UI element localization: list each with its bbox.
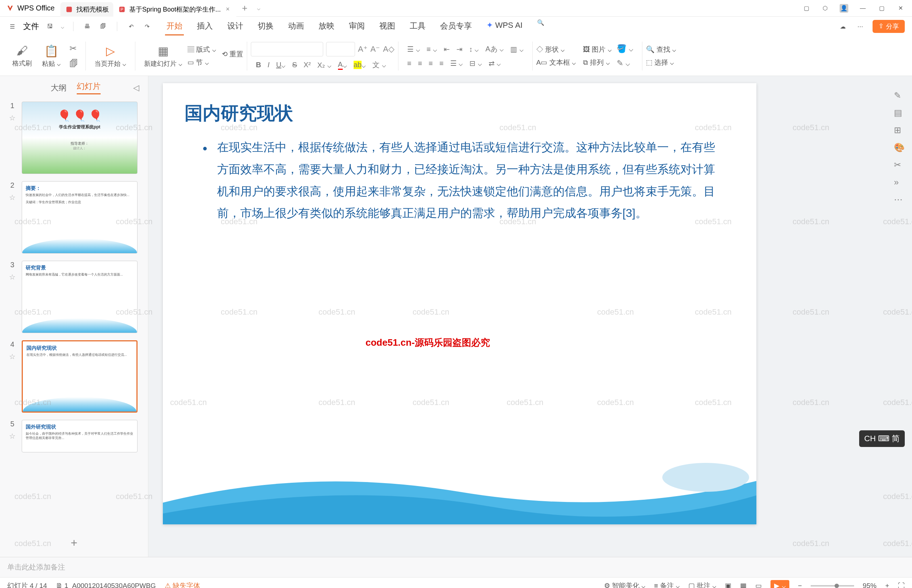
line-spacing-button[interactable]: ↕ ⌵ xyxy=(469,44,479,54)
zoom-level[interactable]: 95% xyxy=(863,582,876,588)
search-icon[interactable]: 🔍 xyxy=(536,18,546,28)
bold-button[interactable]: B xyxy=(256,60,261,70)
slide-thumbnail-4[interactable]: 国内研究现状 在现实生活中，根据传统做法，有些人选择通过电话或短信进行交流... xyxy=(22,340,138,413)
minimize-button[interactable]: — xyxy=(859,4,867,13)
tab-ai[interactable]: ✦ WPS AI xyxy=(485,18,524,36)
distribute-button[interactable]: ☰ ⌵ xyxy=(450,59,463,68)
close-window-button[interactable]: ✕ xyxy=(896,4,905,13)
indent-dec-button[interactable]: ⇤ xyxy=(444,44,450,54)
find-button[interactable]: 🔍 查找 ⌵ xyxy=(646,45,676,54)
template-tab[interactable]: 找稻壳模板 xyxy=(60,2,113,17)
collapse-panel-icon[interactable]: ◁ xyxy=(133,83,139,92)
picture-button[interactable]: 🖼 图片 ⌵ xyxy=(583,45,612,54)
notes-toggle[interactable]: ≡ 备注 ⌵ xyxy=(654,581,680,588)
tab-tools[interactable]: 工具 xyxy=(408,18,427,36)
star-icon[interactable]: ☆ xyxy=(9,113,16,122)
new-tab-button[interactable]: + xyxy=(237,0,253,17)
cloud-icon[interactable]: ☁ xyxy=(838,21,848,31)
subscript-button[interactable]: X₂ ⌵ xyxy=(317,60,332,70)
hamburger-icon[interactable]: ☰ xyxy=(7,21,17,31)
missing-font-warning[interactable]: ⚠ 缺失字体 xyxy=(165,581,200,588)
redo-icon[interactable]: ↷ xyxy=(142,21,152,31)
shape-button[interactable]: ◇ 形状 ⌵ xyxy=(536,45,576,54)
columns-button[interactable]: ▥ ⌵ xyxy=(510,44,524,54)
align-right-button[interactable]: ≡ xyxy=(429,59,433,68)
align-center-button[interactable]: ≡ xyxy=(418,59,422,68)
normal-view-icon[interactable]: ▣ xyxy=(725,582,731,588)
bullets-button[interactable]: ☰ ⌵ xyxy=(407,44,420,54)
tab-animation[interactable]: 动画 xyxy=(287,18,305,36)
paste-button[interactable]: 📋粘贴 ⌵ xyxy=(37,44,66,68)
window-tile-icon[interactable]: ▢ xyxy=(802,4,811,13)
tool-pencil-icon[interactable]: ✎ xyxy=(894,90,912,100)
reset-button[interactable]: ⟲ 重置 xyxy=(222,50,243,59)
share-button[interactable]: ⇪分享 xyxy=(873,20,905,33)
font-family-select[interactable] xyxy=(251,42,323,57)
more-icon[interactable]: ⋯ xyxy=(855,21,865,31)
tab-insert[interactable]: 插入 xyxy=(196,18,214,36)
add-slide-button[interactable]: + xyxy=(0,529,148,557)
app-tab[interactable]: WPS Office xyxy=(0,0,60,17)
thumbnail-list[interactable]: 1☆ 🎈🎈🎈 学生作业管理系统ppt 指导老师： 设计人： 2☆ 摘要： 快速发… xyxy=(0,98,148,529)
tool-chevrons-icon[interactable]: » xyxy=(894,177,912,187)
beautify-button[interactable]: ⚙ 智能美化 ⌵ xyxy=(604,581,646,588)
italic-button[interactable]: I xyxy=(267,60,270,70)
slide-thumbnail-2[interactable]: 摘要： 快速发展的社会中，人们的生活水平都在提高，生活节奏也在逐步加快... 关… xyxy=(22,181,138,254)
avatar-icon[interactable]: 👤 xyxy=(840,4,848,13)
decrease-font-icon[interactable]: A⁻ xyxy=(371,44,381,54)
close-tab-button[interactable]: × xyxy=(224,5,232,13)
comments-toggle[interactable]: ▢ 批注 ⌵ xyxy=(688,581,717,588)
clear-format-icon[interactable]: A◇ xyxy=(383,44,394,54)
new-slide-button[interactable]: ▦新建幻灯片 ⌵ xyxy=(139,44,188,68)
arrange-button[interactable]: ⧉ 排列 ⌵ xyxy=(583,58,612,67)
align-left-button[interactable]: ≡ xyxy=(407,59,411,68)
slideshow-button[interactable]: ▶ ⌵ xyxy=(771,580,789,588)
maximize-button[interactable]: ▢ xyxy=(877,4,886,13)
tab-view[interactable]: 视图 xyxy=(378,18,397,36)
select-button[interactable]: ⬚ 选择 ⌵ xyxy=(646,58,676,67)
section-button[interactable]: ▭ 节 ⌵ xyxy=(188,58,216,67)
fill-color-button[interactable]: 🪣 ⌵ xyxy=(617,44,633,53)
highlight-button[interactable]: ab ⌵ xyxy=(353,60,366,70)
tab-design[interactable]: 设计 xyxy=(226,18,245,36)
from-current-button[interactable]: ▷当页开始 ⌵ xyxy=(89,44,131,68)
indent-inc-button[interactable]: ⇥ xyxy=(456,44,463,54)
textbox-button[interactable]: A▭ 文本框 ⌵ xyxy=(536,58,576,67)
tab-dropdown-icon[interactable]: ⌵ xyxy=(253,5,264,11)
tool-more-icon[interactable]: ⋯ xyxy=(894,195,912,205)
sorter-view-icon[interactable]: ▦ xyxy=(740,582,747,588)
tab-transition[interactable]: 切换 xyxy=(256,18,275,36)
align-justify-button[interactable]: ≡ xyxy=(439,59,444,68)
slide-thumbnail-1[interactable]: 🎈🎈🎈 学生作业管理系统ppt 指导老师： 设计人： xyxy=(22,102,138,174)
slide-thumbnail-3[interactable]: 研究背景 网络发展前所未有迅猛，它在逐步改变着每一个人生活的方方面面... xyxy=(22,261,138,333)
star-icon[interactable]: ☆ xyxy=(9,273,16,281)
format-painter-button[interactable]: 🖌格式刷 xyxy=(7,44,37,68)
print-preview-icon[interactable]: 🗐 xyxy=(98,21,108,31)
star-icon[interactable]: ☆ xyxy=(9,432,16,441)
document-tab[interactable]: P 基于Spring Boot框架的学生作... × xyxy=(113,2,237,17)
numbering-button[interactable]: ≡ ⌵ xyxy=(427,44,437,54)
rtl-button[interactable]: ⇄ ⌵ xyxy=(489,59,501,68)
zoom-out-button[interactable]: − xyxy=(798,582,802,588)
vertical-align-button[interactable]: ⊟ ⌵ xyxy=(470,59,482,68)
tab-member[interactable]: 会员专享 xyxy=(439,18,473,36)
undo-icon[interactable]: ↶ xyxy=(126,21,136,31)
slide-canvas[interactable]: 国内研究现状 在现实生活中，根据传统做法，有些人选择通过电话或短信进行交流。这种… xyxy=(163,83,756,524)
ime-indicator[interactable]: CH ⌨ 简 xyxy=(859,430,905,447)
text-effect-button[interactable]: 文 ⌵ xyxy=(373,60,386,70)
tool-ruler-icon[interactable]: ⊞ xyxy=(894,125,912,135)
tab-start[interactable]: 开始 xyxy=(165,18,184,36)
font-color-button[interactable]: A ⌵ xyxy=(338,60,347,70)
slide-thumbnail-5[interactable]: 国外研究现状 如今社会，由于国外的经济与各种技术，关于对平常人们生活工作学生作业… xyxy=(22,420,138,452)
slide-body[interactable]: 在现实生活中，根据传统做法，有些人选择通过电话或短信进行交流。这种方法比较单一，… xyxy=(163,136,756,224)
copy-icon[interactable]: 🗐 xyxy=(70,58,78,69)
layout-button[interactable]: ▤ 版式 ⌵ xyxy=(188,45,216,54)
slide-title[interactable]: 国内研究现状 xyxy=(163,83,756,136)
star-icon[interactable]: ☆ xyxy=(9,193,16,202)
font-size-select[interactable] xyxy=(326,42,355,57)
fit-view-icon[interactable]: ⛶ xyxy=(898,582,905,588)
tool-layers-icon[interactable]: ▤ xyxy=(894,108,912,118)
notes-area[interactable]: 单击此处添加备注 xyxy=(0,557,912,577)
star-icon[interactable]: ☆ xyxy=(9,352,16,361)
outline-color-button[interactable]: ✎ ⌵ xyxy=(617,58,633,68)
